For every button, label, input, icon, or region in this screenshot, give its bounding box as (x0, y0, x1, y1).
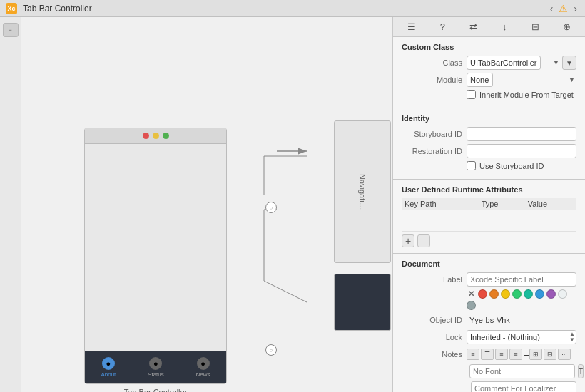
color-dot-teal[interactable] (524, 289, 533, 299)
connector-circle-1: ○ (265, 202, 277, 213)
identity-section: Identity Storyboard ID tabbar Restoratio… (393, 108, 585, 180)
notes-align-right[interactable]: ≡ (495, 349, 508, 360)
color-dot-yellow[interactable] (501, 289, 510, 299)
color-dots-row: ✕ (402, 289, 576, 310)
color-dot-red[interactable] (478, 289, 487, 299)
left-sidebar: ≡ (0, 17, 21, 392)
color-x-btn[interactable]: ✕ (467, 289, 476, 299)
toolbar-down-btn[interactable]: ↓ (494, 19, 514, 35)
font-picker-btn[interactable]: T (578, 364, 584, 378)
tab-news-label: News (196, 371, 210, 378)
maximize-dot (163, 133, 169, 139)
color-dot-orange[interactable] (489, 289, 499, 299)
inherit-module-checkbox[interactable] (467, 90, 476, 99)
tab-status-icon: ● (149, 357, 162, 370)
color-dot-purple[interactable] (546, 289, 556, 299)
module-row: Module None ▼ (402, 73, 576, 87)
color-dot-white[interactable] (558, 289, 567, 299)
tab-about-label: About (101, 371, 116, 378)
add-attribute-btn[interactable]: + (402, 234, 414, 247)
connector-circle-2: ○ (265, 344, 277, 356)
device-tabbar: ● About ● Status ● News (85, 351, 226, 383)
notes-icon-more[interactable]: ··· (558, 349, 571, 360)
object-id-label: Object ID (402, 316, 462, 324)
module-label: Module (402, 76, 462, 84)
notes-label: Notes (402, 350, 462, 359)
col-value: Value (525, 198, 576, 210)
notes-separator: — (524, 350, 528, 359)
use-storyboard-label: Use Storyboard ID (479, 162, 544, 170)
class-dropdown-btn[interactable]: ▼ (562, 56, 576, 70)
toolbar-file-btn[interactable]: ☰ (402, 19, 422, 35)
remove-attribute-btn[interactable]: – (417, 234, 430, 247)
lock-label: Lock (402, 333, 462, 341)
notes-icon-2[interactable]: ⊟ (544, 349, 556, 360)
forward-arrow[interactable]: › (571, 3, 579, 14)
attributes-table: Key Path Type Value (402, 198, 576, 232)
add-remove-row: + – (402, 232, 576, 247)
object-id-row: Object ID Yye-bs-Vhk (402, 313, 576, 327)
tab-news: ● News (196, 357, 210, 378)
restoration-id-row: Restoration ID (402, 144, 576, 158)
restoration-id-input[interactable] (467, 144, 576, 158)
identity-title: Identity (402, 114, 576, 123)
nav-arrows[interactable]: ‹ ⚠ › (548, 3, 579, 14)
class-row: Class UITabBarController ▼ ▼ (402, 56, 576, 70)
window-title: Tab Bar Controller (23, 4, 92, 14)
toolbar-arrows-btn[interactable]: ⇄ (464, 19, 484, 35)
tab-bar-controller-device: ● About ● Status ● News (84, 128, 227, 384)
custom-class-title: Custom Class (402, 43, 576, 51)
class-select[interactable]: UITabBarController (467, 56, 541, 70)
inherit-module-row: Inherit Module From Target (402, 90, 576, 99)
svg-line-7 (264, 281, 307, 302)
class-select-arrow: ▼ (553, 59, 559, 66)
font-input[interactable] (469, 364, 575, 378)
storyboard-canvas: ● About ● Status ● News Tab Bar Controll… (21, 17, 392, 392)
notes-row: Notes ≡ ☰ ≡ ≡ — ⊞ ⊟ ··· (402, 347, 576, 361)
color-dot-blue[interactable] (535, 289, 544, 299)
storyboard-id-input[interactable]: tabbar (467, 127, 576, 141)
back-arrow[interactable]: ‹ (548, 3, 556, 14)
notes-align-left[interactable]: ≡ (467, 349, 479, 360)
use-storyboard-row: Use Storyboard ID (402, 161, 576, 170)
color-dot-green[interactable] (512, 289, 522, 299)
col-keypath: Key Path (402, 198, 479, 210)
toolbar-id-btn[interactable]: ⊟ (526, 19, 546, 35)
inspector-panel: ☰ ? ⇄ ↓ ⊟ ⊕ Custom Class Class UITabBarC… (392, 17, 585, 392)
toolbar-info-btn[interactable]: ? (432, 19, 452, 35)
notes-align-center[interactable]: ☰ (481, 349, 494, 360)
lock-select[interactable]: Inherited - (Nothing) (467, 330, 576, 344)
document-title: Document (402, 259, 576, 268)
object-id-value: Yye-bs-Vhk (467, 316, 576, 324)
module-select[interactable]: None (467, 73, 493, 87)
tab-status-label: Status (148, 371, 164, 378)
class-select-wrapper: UITabBarController ▼ ▼ (467, 56, 576, 70)
label-input[interactable] (467, 272, 576, 287)
nav-item-label: Navigati… (358, 174, 367, 210)
use-storyboard-checkbox[interactable] (467, 161, 476, 170)
device-content (85, 144, 226, 351)
inherit-module-label: Inherit Module From Target (479, 91, 574, 99)
tab-news-icon: ● (197, 357, 210, 370)
table-empty-row (402, 210, 576, 232)
title-bar: Xc Tab Bar Controller ‹ ⚠ › (0, 0, 585, 17)
minimize-dot (153, 133, 159, 139)
font-row: T ▲ ▼ (402, 364, 576, 378)
notes-icon-1[interactable]: ⊞ (529, 349, 542, 360)
label-label: Label (402, 275, 462, 284)
panel-toolbar: ☰ ? ⇄ ↓ ⊟ ⊕ (393, 17, 585, 37)
device-window-bar (85, 128, 226, 144)
user-defined-section: User Defined Runtime Attributes Key Path… (393, 180, 585, 254)
notes-align-justify[interactable]: ≡ (509, 349, 522, 360)
tab-about-icon: ● (102, 357, 115, 370)
lock-select-wrapper: Inherited - (Nothing) ▲▼ (467, 330, 576, 344)
sidebar-btn-1[interactable]: ≡ (3, 23, 19, 37)
color-dot-gray[interactable] (467, 301, 476, 310)
main-content: ≡ (0, 17, 585, 392)
label-row: Label (402, 272, 576, 287)
toolbar-plus-btn[interactable]: ⊕ (556, 19, 576, 35)
comment-wrapper (402, 381, 576, 392)
tab-about: ● About (101, 357, 116, 378)
comment-textarea[interactable] (471, 381, 576, 392)
close-dot (143, 133, 149, 139)
